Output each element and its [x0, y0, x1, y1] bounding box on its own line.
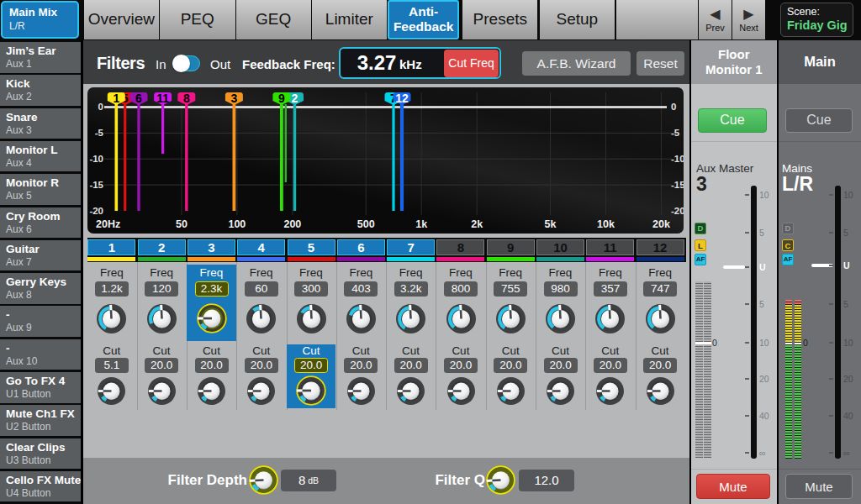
svg-text:8: 8: [183, 92, 190, 105]
svg-text:5k: 5k: [545, 218, 557, 230]
svg-text:20Hz: 20Hz: [96, 218, 120, 230]
svg-text:-20: -20: [671, 206, 684, 216]
svg-text:500: 500: [357, 218, 375, 230]
svg-text:-10: -10: [671, 154, 684, 164]
svg-text:200: 200: [283, 218, 301, 230]
svg-text:10k: 10k: [597, 218, 615, 230]
svg-text:6: 6: [135, 92, 142, 105]
svg-text:0: 0: [671, 102, 676, 112]
svg-text:20k: 20k: [652, 218, 670, 230]
svg-text:11: 11: [156, 92, 169, 105]
svg-text:1k: 1k: [415, 218, 427, 230]
svg-text:-20: -20: [89, 206, 103, 216]
svg-text:2: 2: [292, 92, 298, 105]
svg-text:1: 1: [113, 92, 119, 105]
svg-text:-5: -5: [671, 128, 680, 138]
svg-text:-10: -10: [89, 154, 103, 164]
svg-text:0: 0: [98, 102, 103, 112]
svg-text:-5: -5: [95, 128, 104, 138]
svg-text:12: 12: [395, 92, 409, 105]
svg-text:50: 50: [176, 218, 188, 230]
svg-text:9: 9: [278, 92, 285, 105]
svg-text:-15: -15: [89, 180, 103, 190]
svg-text:3: 3: [231, 92, 238, 105]
svg-text:100: 100: [228, 218, 246, 230]
svg-text:2k: 2k: [471, 218, 483, 230]
svg-text:-15: -15: [671, 180, 684, 190]
